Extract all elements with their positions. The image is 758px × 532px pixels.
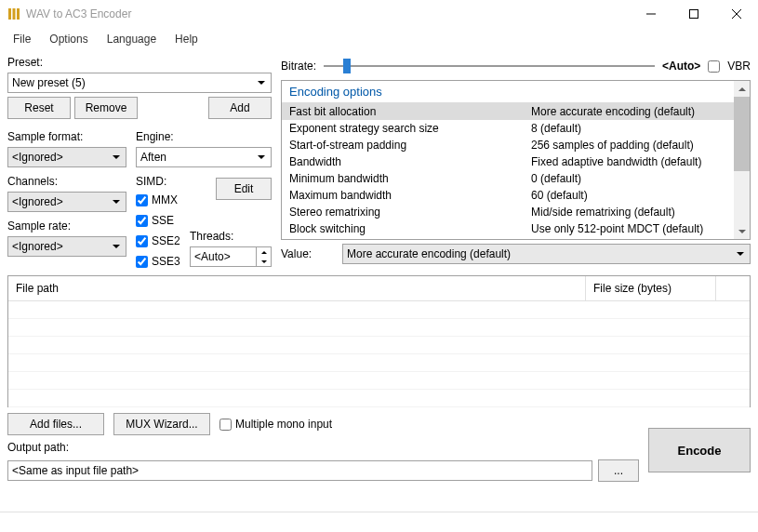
option-name: Exponent strategy search size bbox=[289, 122, 531, 135]
window-title: WAV to AC3 Encoder bbox=[26, 7, 630, 20]
app-logo-icon bbox=[7, 7, 20, 20]
engine-combo[interactable]: Aften bbox=[136, 147, 272, 167]
option-row[interactable]: Fast bit allocationMore accurate encodin… bbox=[282, 103, 750, 120]
sse-label: SSE bbox=[152, 214, 174, 227]
option-row[interactable]: Minimum bandwidth0 (default) bbox=[282, 170, 750, 187]
file-table: File path File size (bytes) bbox=[7, 275, 751, 407]
sample-rate-label: Sample rate: bbox=[7, 219, 126, 233]
option-row[interactable]: BandwidthFixed adaptive bandwidth (defau… bbox=[282, 153, 750, 170]
option-name: Bandwidth bbox=[289, 155, 531, 168]
svg-rect-2 bbox=[17, 8, 20, 20]
menu-file[interactable]: File bbox=[4, 29, 40, 49]
sse3-label: SSE3 bbox=[152, 255, 180, 268]
simd-label: SIMD: bbox=[136, 175, 184, 188]
vbr-checkbox[interactable] bbox=[708, 60, 720, 73]
option-name: Minimum bandwidth bbox=[289, 172, 531, 185]
option-value: 256 samples of padding (default) bbox=[531, 139, 742, 152]
option-value: More accurate encoding (default) bbox=[531, 105, 742, 118]
statusbar bbox=[0, 512, 758, 532]
value-combo[interactable]: More accurate encoding (default) bbox=[342, 244, 751, 264]
value-label: Value: bbox=[281, 247, 333, 260]
option-value: Mid/side rematrixing (default) bbox=[531, 206, 742, 219]
output-label: Output path: bbox=[7, 441, 639, 454]
option-row[interactable]: Stereo rematrixingMid/side rematrixing (… bbox=[282, 204, 750, 220]
bitrate-label: Bitrate: bbox=[281, 60, 316, 73]
minimize-button[interactable] bbox=[630, 0, 672, 28]
mux-wizard-button[interactable]: MUX Wizard... bbox=[113, 413, 210, 435]
sse-checkbox[interactable] bbox=[136, 215, 148, 227]
option-name: Fast bit allocation bbox=[289, 105, 531, 118]
reset-button[interactable]: Reset bbox=[7, 97, 71, 119]
file-size-header[interactable]: File size (bytes) bbox=[586, 276, 716, 300]
encode-button[interactable]: Encode bbox=[648, 428, 751, 472]
option-value: 8 (default) bbox=[531, 122, 742, 135]
options-header: Encoding options bbox=[282, 81, 750, 103]
sse3-checkbox[interactable] bbox=[136, 256, 148, 268]
threads-label: Threads: bbox=[190, 230, 272, 243]
options-scrollbar[interactable] bbox=[734, 81, 750, 239]
option-name: Maximum bandwidth bbox=[289, 189, 531, 202]
add-files-button[interactable]: Add files... bbox=[7, 413, 104, 435]
option-row[interactable]: Exponent strategy search size8 (default) bbox=[282, 120, 750, 137]
option-name: Start-of-stream padding bbox=[289, 139, 531, 152]
option-value: Use only 512-point MDCT (default) bbox=[531, 222, 742, 235]
file-body[interactable] bbox=[8, 301, 750, 407]
option-name: Block switching bbox=[289, 222, 531, 235]
channels-label: Channels: bbox=[7, 175, 126, 188]
engine-label: Engine: bbox=[136, 130, 272, 143]
sample-format-combo[interactable]: <Ignored> bbox=[7, 147, 126, 167]
sample-format-label: Sample format: bbox=[7, 130, 126, 143]
menu-options[interactable]: Options bbox=[40, 29, 97, 49]
option-value: 0 (default) bbox=[531, 172, 742, 185]
output-path-input[interactable]: <Same as input file path> bbox=[7, 460, 592, 481]
multi-mono-checkbox[interactable] bbox=[219, 419, 232, 431]
svg-rect-1 bbox=[13, 8, 16, 20]
preset-label: Preset: bbox=[7, 56, 272, 69]
option-row[interactable]: Maximum bandwidth60 (default) bbox=[282, 187, 750, 204]
browse-output-button[interactable]: ... bbox=[598, 459, 639, 482]
encoding-options-list: Encoding options Fast bit allocationMore… bbox=[281, 80, 751, 240]
menu-help[interactable]: Help bbox=[166, 29, 207, 49]
threads-spinner[interactable]: <Auto> bbox=[190, 246, 272, 267]
spin-down-icon[interactable] bbox=[257, 257, 271, 266]
bitrate-slider[interactable] bbox=[324, 56, 655, 76]
menubar: File Options Language Help bbox=[0, 28, 758, 50]
scroll-thumb[interactable] bbox=[734, 97, 750, 171]
bitrate-value: <Auto> bbox=[662, 60, 700, 73]
engine-edit-button[interactable]: Edit bbox=[216, 178, 272, 200]
option-value: 60 (default) bbox=[531, 189, 742, 202]
preset-combo[interactable]: New preset (5) bbox=[7, 73, 272, 93]
file-path-header[interactable]: File path bbox=[8, 276, 586, 300]
remove-button[interactable]: Remove bbox=[74, 97, 138, 119]
multi-mono-label: Multiple mono input bbox=[235, 418, 332, 431]
sample-rate-combo[interactable]: <Ignored> bbox=[7, 236, 126, 257]
option-row[interactable]: Start-of-stream padding256 samples of pa… bbox=[282, 137, 750, 153]
option-name: Stereo rematrixing bbox=[289, 206, 531, 219]
scroll-down-icon[interactable] bbox=[734, 223, 750, 239]
spin-up-icon[interactable] bbox=[257, 247, 271, 257]
maximize-button[interactable] bbox=[672, 0, 715, 28]
svg-rect-0 bbox=[8, 8, 11, 20]
mmx-checkbox[interactable] bbox=[136, 194, 148, 206]
sse2-checkbox[interactable] bbox=[136, 235, 148, 247]
vbr-label: VBR bbox=[727, 60, 751, 73]
add-preset-button[interactable]: Add bbox=[208, 97, 272, 119]
menu-language[interactable]: Language bbox=[98, 29, 166, 49]
option-value: Fixed adaptive bandwidth (default) bbox=[531, 155, 742, 168]
sse2-label: SSE2 bbox=[152, 234, 180, 247]
close-button[interactable] bbox=[715, 0, 758, 28]
file-pad-header bbox=[716, 276, 750, 300]
slider-thumb[interactable] bbox=[343, 59, 351, 73]
channels-combo[interactable]: <Ignored> bbox=[7, 192, 126, 212]
scroll-up-icon[interactable] bbox=[734, 81, 750, 97]
svg-rect-4 bbox=[690, 10, 698, 19]
option-row[interactable]: Block switchingUse only 512-point MDCT (… bbox=[282, 220, 750, 237]
mmx-label: MMX bbox=[152, 193, 178, 206]
